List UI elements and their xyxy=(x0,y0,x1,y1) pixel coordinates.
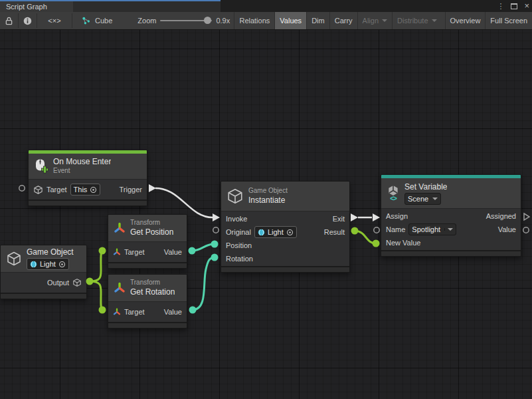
object-picker-icon[interactable] xyxy=(90,186,97,194)
node-footer xyxy=(1,293,86,299)
caret-down-icon xyxy=(432,198,438,200)
object-value-chip[interactable]: Light xyxy=(27,258,69,270)
port-label-exit: Exit xyxy=(333,215,345,223)
node-title: Game Object xyxy=(27,247,74,257)
target-value-chip[interactable]: This xyxy=(70,184,101,196)
port-label-result: Result xyxy=(324,228,345,236)
node-title: Instantiate xyxy=(248,196,288,205)
node-footer xyxy=(108,322,187,328)
node-get-position[interactable]: Transform Get Position Target Value xyxy=(108,214,187,269)
transform-icon xyxy=(113,248,121,256)
graph-toolbar: <×> Cube Zoom 0.9x Relations Values Dim … xyxy=(0,12,532,30)
zoom-value: 0.9x xyxy=(216,17,230,25)
zoom-control: Zoom 0.9x xyxy=(137,12,230,29)
close-icon[interactable]: × xyxy=(524,3,529,9)
graph-breadcrumb[interactable]: Cube xyxy=(82,12,112,29)
distribute-button: Distribute xyxy=(392,12,441,29)
relations-button[interactable]: Relations xyxy=(234,12,274,29)
node-title: Set Variable xyxy=(404,182,447,192)
maximize-icon[interactable] xyxy=(511,3,517,9)
port-label-rotation: Rotation xyxy=(226,255,253,263)
lock-icon xyxy=(5,17,13,25)
toolbar-right-group: Relations Values Dim Carry Align Distrib… xyxy=(234,12,532,29)
transform-icon xyxy=(114,282,126,294)
button-label: Distribute xyxy=(397,17,428,25)
chip-text: This xyxy=(74,185,88,194)
full-screen-button[interactable]: Full Screen xyxy=(485,12,532,29)
mouse-enter-icon xyxy=(34,158,48,174)
graph-icon xyxy=(82,16,92,25)
kebab-menu-icon[interactable]: ⋮ xyxy=(497,2,504,11)
variable-name-dropdown[interactable]: Spotlight xyxy=(408,223,456,235)
caret-down-icon xyxy=(382,19,387,22)
object-picker-icon[interactable] xyxy=(286,229,294,236)
port-label-value: Value xyxy=(164,308,182,316)
button-label: Align xyxy=(363,17,379,25)
window-controls: ⋮ × xyxy=(497,0,529,12)
button-label: Overview xyxy=(450,17,481,25)
cube-icon xyxy=(72,278,82,287)
variable-scope-dropdown[interactable]: Scene xyxy=(404,193,441,205)
node-get-rotation[interactable]: Transform Get Rotation Target Value xyxy=(108,274,187,329)
values-button[interactable]: Values xyxy=(274,12,306,29)
node-subtitle: Event xyxy=(53,167,111,176)
node-set-variable[interactable]: <> Set Variable Scene Assign Assigned Na… xyxy=(381,174,521,257)
button-label: Dim xyxy=(311,17,325,25)
transform-icon xyxy=(114,222,126,234)
tab-script-graph[interactable]: Script Graph xyxy=(0,1,73,12)
port-label-name: Name xyxy=(386,225,405,233)
chip-text: Light xyxy=(40,259,56,269)
pane-header-strip xyxy=(73,1,221,12)
script-graph-window: Script Graph ⋮ × <×> Cub xyxy=(0,0,532,399)
dim-button[interactable]: Dim xyxy=(306,12,329,29)
graph-name: Cube xyxy=(95,17,112,25)
code-view-button[interactable]: <×> xyxy=(37,12,72,29)
align-button: Align xyxy=(357,12,392,29)
object-picker-icon[interactable] xyxy=(58,261,66,268)
zoom-slider[interactable] xyxy=(160,20,212,21)
port-label-assign: Assign xyxy=(386,212,408,220)
light-icon xyxy=(30,261,37,268)
port-label-new-value: New Value xyxy=(386,239,420,247)
cube-icon xyxy=(33,185,43,195)
transform-icon xyxy=(113,308,121,316)
zoom-slider-handle[interactable] xyxy=(204,17,211,24)
node-instantiate[interactable]: Game Object Instantiate Invoke Exit Orig… xyxy=(221,181,350,273)
chip-text: Spotlight xyxy=(412,225,440,234)
carry-button[interactable]: Carry xyxy=(329,12,357,29)
button-label: Full Screen xyxy=(490,17,527,25)
code-icon: <×> xyxy=(48,17,60,25)
node-on-mouse-enter[interactable]: On Mouse Enter Event Target This Trigger xyxy=(28,150,147,206)
cube-icon xyxy=(6,251,22,267)
node-game-object-light[interactable]: Game Object Light Output xyxy=(0,245,87,299)
chip-text: Light xyxy=(268,227,284,237)
tab-bar: Script Graph ⋮ × xyxy=(0,0,532,12)
port-label-target: Target xyxy=(124,248,145,256)
overview-button[interactable]: Overview xyxy=(445,12,486,29)
port-label-invoke: Invoke xyxy=(226,215,247,223)
light-icon xyxy=(258,229,265,236)
port-label-output: Output xyxy=(47,279,69,287)
button-label: Carry xyxy=(335,17,353,25)
port-label-original: Original xyxy=(226,228,251,236)
node-title: Get Rotation xyxy=(130,287,175,297)
port-label-target: Target xyxy=(124,308,145,316)
caret-down-icon xyxy=(448,228,453,231)
node-title: On Mouse Enter xyxy=(53,157,111,167)
port-label-value: Value xyxy=(498,225,516,233)
info-button[interactable] xyxy=(19,12,37,29)
chip-text: Scene xyxy=(408,194,428,203)
node-title: Get Position xyxy=(130,227,173,237)
dropdown-caret-cell[interactable] xyxy=(444,228,453,231)
node-category: Game Object xyxy=(248,187,288,196)
lock-button[interactable] xyxy=(0,12,18,29)
zoom-label: Zoom xyxy=(137,17,156,25)
button-label: Values xyxy=(280,17,302,25)
set-variable-icon: <> xyxy=(387,185,400,201)
port-label-position: Position xyxy=(226,241,252,249)
node-footer xyxy=(381,250,521,256)
original-value-chip[interactable]: Light xyxy=(254,226,297,238)
node-footer xyxy=(29,200,147,205)
node-category: Transform xyxy=(130,219,173,227)
node-footer xyxy=(221,266,349,272)
